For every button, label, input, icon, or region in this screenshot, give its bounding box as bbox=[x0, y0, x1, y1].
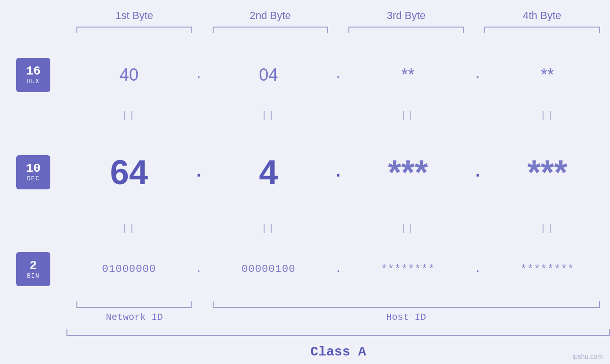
dec-dot-1: . bbox=[192, 162, 206, 182]
dec-dot-3: . bbox=[470, 162, 485, 182]
bottom-section: Network ID Host ID Class A bbox=[66, 301, 610, 364]
host-bracket-line bbox=[213, 301, 600, 308]
eq-2-3: || bbox=[346, 223, 471, 234]
bin-badge-number: 2 bbox=[29, 259, 37, 273]
top-brackets bbox=[66, 27, 610, 33]
hex-badge-label: HEX bbox=[27, 78, 39, 85]
eq-1-2: || bbox=[206, 110, 331, 121]
full-bracket-line bbox=[66, 329, 610, 336]
eq-2-1: || bbox=[66, 223, 192, 234]
network-id-label: Network ID bbox=[66, 312, 202, 323]
main-container: 1st Byte 2nd Byte 3rd Byte 4th Byte 16 H… bbox=[0, 0, 610, 364]
host-id-label: Host ID bbox=[202, 312, 610, 323]
bin-badge: 2 BIN bbox=[16, 252, 50, 286]
byte-header-1: 1st Byte bbox=[66, 9, 202, 22]
bin-val-4: ******** bbox=[485, 263, 610, 275]
bracket-2 bbox=[202, 27, 338, 33]
dec-badge-label: DEC bbox=[27, 175, 39, 182]
bottom-brackets bbox=[66, 301, 610, 310]
hex-badge-number: 16 bbox=[26, 65, 40, 78]
bracket-line-1 bbox=[76, 27, 192, 33]
eq-1-4: || bbox=[485, 110, 610, 121]
bin-val-2: 00000100 bbox=[206, 263, 331, 275]
hex-dot-1: . bbox=[192, 67, 206, 82]
hex-val-4: ** bbox=[485, 65, 610, 85]
byte-header-4: 4th Byte bbox=[474, 9, 610, 22]
eq-1-1: || bbox=[66, 110, 192, 121]
bracket-3 bbox=[338, 27, 474, 33]
byte-header-3: 3rd Byte bbox=[338, 9, 474, 22]
net-bracket-line bbox=[76, 301, 192, 308]
bracket-4 bbox=[474, 27, 610, 33]
equals-row-2: || || || || bbox=[0, 220, 610, 237]
dec-val-3: *** bbox=[346, 153, 471, 192]
id-labels: Network ID Host ID bbox=[66, 312, 610, 323]
dec-badge-number: 10 bbox=[26, 162, 40, 176]
dec-val-1: 64 bbox=[66, 153, 192, 192]
hex-val-1: 40 bbox=[66, 65, 192, 85]
hex-badge-col: 16 HEX bbox=[0, 53, 66, 97]
bracket-1 bbox=[66, 27, 202, 33]
eq-1-3: || bbox=[346, 110, 471, 121]
bin-val-1: 01000000 bbox=[66, 263, 192, 275]
dec-val-4: *** bbox=[485, 153, 610, 192]
bin-badge-col: 2 BIN bbox=[0, 247, 66, 291]
bin-dot-2: . bbox=[331, 263, 346, 275]
byte-header-2: 2nd Byte bbox=[202, 9, 338, 22]
net-bracket-wrap bbox=[66, 301, 202, 310]
equals-row-1: || || || || bbox=[0, 107, 610, 124]
dec-val-2: 4 bbox=[206, 153, 331, 192]
bin-section: 2 BIN 01000000 . 00000100 . ******** . *… bbox=[0, 237, 610, 301]
watermark: ipshu.com bbox=[572, 353, 603, 360]
bin-dot-1: . bbox=[192, 263, 206, 275]
dec-badge-col: 10 DEC bbox=[0, 150, 66, 194]
host-bracket-wrap bbox=[202, 301, 610, 310]
bracket-line-4 bbox=[484, 27, 600, 33]
dec-dot-2: . bbox=[331, 162, 346, 182]
class-label: Class A bbox=[66, 340, 610, 364]
hex-val-3: ** bbox=[346, 65, 471, 85]
bracket-line-2 bbox=[213, 27, 328, 33]
hex-dot-3: . bbox=[470, 67, 485, 82]
bracket-line-3 bbox=[348, 27, 464, 33]
hex-dot-2: . bbox=[331, 67, 346, 82]
hex-val-2: 04 bbox=[206, 65, 331, 85]
dec-badge: 10 DEC bbox=[16, 155, 50, 189]
dec-section: 10 DEC 64 . 4 . *** . *** bbox=[0, 124, 610, 220]
bin-val-3: ******** bbox=[346, 263, 471, 275]
hex-badge: 16 HEX bbox=[16, 58, 50, 92]
bin-badge-label: BIN bbox=[27, 272, 39, 280]
header-row: 1st Byte 2nd Byte 3rd Byte 4th Byte bbox=[66, 0, 610, 22]
eq-2-2: || bbox=[206, 223, 331, 234]
bin-dot-3: . bbox=[470, 263, 485, 275]
hex-section: 16 HEX 40 . 04 . ** . ** bbox=[0, 43, 610, 107]
eq-2-4: || bbox=[485, 223, 610, 234]
